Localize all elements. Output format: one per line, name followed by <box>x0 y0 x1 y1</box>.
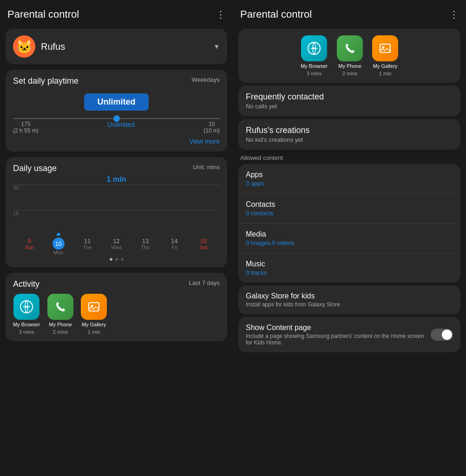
content-page-toggle[interactable] <box>431 329 453 341</box>
daily-usage-card: Daily usage Unit: mins 1 min 30 15 9 Sun <box>6 157 227 267</box>
top-browser-name: My Browser <box>301 63 328 69</box>
activity-app-phone[interactable]: My Phone 2 mins <box>47 294 73 335</box>
right-panel: Parental control ⋮ My Browser 3 mins <box>233 0 466 476</box>
allowed-contacts-title: Contacts <box>246 200 453 209</box>
user-selector-card[interactable]: 🐱 Rufus ▼ <box>6 29 227 64</box>
svg-point-1 <box>25 305 28 308</box>
top-apps-row: My Browser 3 mins My Phone 2 mins <box>246 35 453 76</box>
left-header: Parental control ⋮ <box>0 0 233 26</box>
day-fri-name: Fri <box>171 245 177 250</box>
allowed-contacts-sub: 0 contacts <box>246 210 453 217</box>
top-gallery-icon <box>372 35 398 61</box>
content-page-sub: Include a page showing Samsung partners'… <box>246 333 425 346</box>
left-panel: Parental control ⋮ 🐱 Rufus ▼ Set daily p… <box>0 0 233 476</box>
activity-app-grid: My Browser 3 mins My Phone 2 mins <box>13 294 220 335</box>
content-page-card[interactable]: Show Content page Include a page showing… <box>238 317 460 352</box>
playtime-card: Set daily playtime Weekdays Unlimited 17… <box>6 70 227 152</box>
top-phone-time: 2 mins <box>342 71 357 76</box>
view-more-link[interactable]: View more <box>13 138 220 145</box>
top-gallery-name: My Gallery <box>373 63 398 69</box>
creations-title: Rufus's creations <box>246 126 453 135</box>
allowed-media-sub: 0 images,0 videos <box>246 239 453 246</box>
phone-icon <box>47 294 73 320</box>
day-thu[interactable]: 13 Thu <box>131 238 160 255</box>
day-tue-name: Tue <box>83 245 92 250</box>
day-sun[interactable]: 9 Sun <box>15 238 44 255</box>
right-header: Parental control ⋮ <box>233 0 466 26</box>
left-menu-icon[interactable]: ⋮ <box>216 9 225 20</box>
top-app-phone[interactable]: My Phone 2 mins <box>337 35 363 76</box>
unit-label: Unit: mins <box>193 164 220 173</box>
day-sat[interactable]: 15 Sat <box>189 238 218 255</box>
galaxy-store-card[interactable]: Galaxy Store for kids Install apps for k… <box>238 285 460 314</box>
allowed-music-sub: 0 tracks <box>246 269 453 276</box>
day-wed-name: Wed <box>111 245 121 250</box>
day-sat-name: Sat <box>199 245 207 250</box>
chevron-down-icon[interactable]: ▼ <box>213 43 220 50</box>
allowed-media[interactable]: Media 0 images,0 videos <box>238 224 460 253</box>
phone-app-name: My Phone <box>49 322 72 327</box>
allowed-apps[interactable]: Apps 3 apps <box>238 164 460 194</box>
day-fri-num: 14 <box>171 238 177 245</box>
top-browser-time: 3 mins <box>307 71 322 76</box>
day-sun-name: Sun <box>25 245 34 250</box>
allowed-contacts[interactable]: Contacts 0 contacts <box>238 194 460 224</box>
creations-sub: No kid's creations yet <box>246 136 453 143</box>
top-phone-icon <box>337 35 363 61</box>
galaxy-store-title: Galaxy Store for kids <box>246 292 453 300</box>
dot-2[interactable] <box>115 258 118 261</box>
slider-right-sub: (10 m) <box>203 127 220 134</box>
frequently-contacted-card[interactable]: Frequently contacted No calls yet <box>238 86 460 116</box>
activity-card: Activity Last 7 days My Browser 3 mins <box>6 273 227 341</box>
top-apps-card: My Browser 3 mins My Phone 2 mins <box>238 29 460 83</box>
day-mon-name: Mon <box>53 250 63 255</box>
day-sun-num: 9 <box>28 238 31 245</box>
svg-point-5 <box>313 47 315 50</box>
gallery-icon <box>81 294 107 320</box>
activity-app-gallery[interactable]: My Gallery 1 min <box>81 294 107 335</box>
slider-center-value: Unlimited <box>107 121 134 128</box>
chart-area: 30 15 <box>13 185 220 236</box>
creations-card[interactable]: Rufus's creations No kid's creations yet <box>238 119 460 150</box>
day-wed[interactable]: 12 Wed <box>102 238 131 255</box>
day-wed-num: 12 <box>113 238 119 245</box>
activity-app-browser[interactable]: My Browser 3 mins <box>13 294 40 335</box>
playtime-slider[interactable] <box>13 118 220 119</box>
content-page-text: Show Content page Include a page showing… <box>246 324 425 346</box>
right-menu-icon[interactable]: ⋮ <box>449 9 459 20</box>
right-title: Parental control <box>240 8 312 20</box>
svg-rect-6 <box>380 44 390 53</box>
right-scroll: My Browser 3 mins My Phone 2 mins <box>233 26 466 476</box>
top-browser-icon <box>301 35 327 61</box>
allowed-music-title: Music <box>246 260 453 268</box>
frequently-contacted-title: Frequently contacted <box>246 92 453 102</box>
day-tue[interactable]: 11 Tue <box>73 238 102 255</box>
playtime-title: Set daily playtime <box>13 76 79 86</box>
top-app-gallery[interactable]: My Gallery 1 min <box>372 35 398 76</box>
slider-labels: 175 (2 h 55 m) Unlimited 10 (10 m) <box>13 121 220 134</box>
top-app-browser[interactable]: My Browser 3 mins <box>301 35 328 76</box>
allowed-music[interactable]: Music 0 tracks <box>238 253 460 283</box>
gallery-app-time: 1 min <box>88 329 100 335</box>
slider-left-sub: (2 h 55 m) <box>13 127 39 134</box>
svg-rect-2 <box>89 303 99 311</box>
galaxy-store-sub: Install apps for kids from Galaxy Store. <box>246 301 453 308</box>
gallery-app-name: My Gallery <box>82 322 106 327</box>
allowed-content-label: Allowed content <box>240 154 459 161</box>
allowed-apps-sub: 3 apps <box>246 180 453 187</box>
bar-col-mon <box>44 233 72 236</box>
dot-1[interactable] <box>110 258 112 261</box>
day-mon[interactable]: 10 Mon <box>44 238 72 255</box>
day-thu-num: 13 <box>142 238 149 245</box>
top-phone-name: My Phone <box>338 63 361 69</box>
activity-period: Last 7 days <box>189 279 220 289</box>
dot-3[interactable] <box>121 258 124 261</box>
svg-point-3 <box>91 305 93 307</box>
allowed-apps-title: Apps <box>246 171 453 179</box>
day-fri[interactable]: 14 Fri <box>160 238 189 255</box>
day-tue-num: 11 <box>84 238 91 245</box>
bar-chart <box>13 185 220 236</box>
weekdays-label: Weekdays <box>192 76 220 83</box>
day-labels: 9 Sun 10 Mon 11 Tue 12 Wed 13 Thu 14 Fri <box>13 238 220 255</box>
phone-app-time: 2 mins <box>53 329 68 335</box>
